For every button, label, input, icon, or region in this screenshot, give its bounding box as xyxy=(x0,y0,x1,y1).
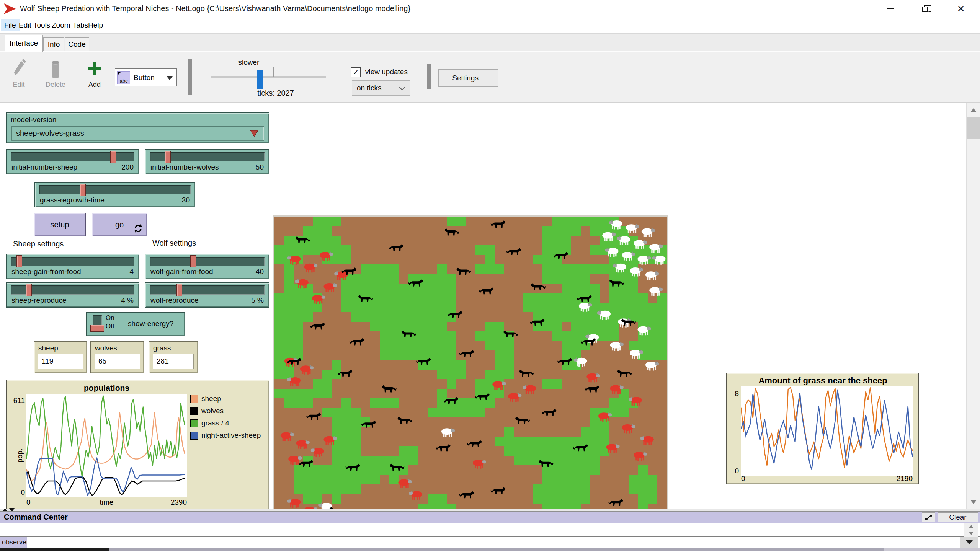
switch-name-label: show-energy? xyxy=(128,320,173,328)
slider-sheep-reproduce[interactable]: sheep-reproduce4 % xyxy=(6,282,139,308)
slider-track[interactable] xyxy=(150,257,265,266)
sheep-white xyxy=(605,248,619,257)
slider-track[interactable] xyxy=(11,285,134,295)
slider-thumb[interactable] xyxy=(176,284,182,296)
sheep-white xyxy=(630,350,643,359)
restore-button[interactable] xyxy=(915,0,936,17)
netlogo-logo-icon xyxy=(3,2,17,16)
slider-wolf-reproduce[interactable]: wolf-reproduce5 % xyxy=(145,282,269,308)
slider-track[interactable] xyxy=(150,152,265,161)
legend-swatch xyxy=(190,395,198,403)
go-label: go xyxy=(115,220,124,229)
x-max-label: 2390 xyxy=(26,498,187,507)
switch-thumb[interactable] xyxy=(90,325,104,332)
go-button[interactable]: go xyxy=(92,213,147,236)
menu-help[interactable]: Help xyxy=(85,19,106,31)
sheep-red xyxy=(598,412,612,422)
wolf xyxy=(444,228,459,236)
output-scrollbar[interactable] xyxy=(964,523,978,537)
sheep-red xyxy=(640,436,654,445)
slider-track[interactable] xyxy=(150,285,265,295)
slider-wolf-gain-from-food[interactable]: wolf-gain-from-food40 xyxy=(145,254,269,279)
y-min-label: 0 xyxy=(730,467,739,475)
plot-title: populations xyxy=(26,383,187,393)
scrollbar-thumb[interactable] xyxy=(967,117,980,139)
command-center-expand-button[interactable] xyxy=(922,512,935,522)
slider-grass-regrowth-time[interactable]: grass-regrowth-time30 xyxy=(34,182,195,207)
slider-thumb[interactable] xyxy=(190,255,196,267)
scroll-up-button[interactable] xyxy=(967,103,980,117)
speed-slower-label: slower xyxy=(214,58,283,67)
scroll-down-button[interactable] xyxy=(967,495,980,509)
slider-initial-number-wolves[interactable]: initial-number-wolves50 xyxy=(145,149,269,174)
menu-bar: File Edit Tools Zoom Tabs Help xyxy=(0,17,980,33)
wolf xyxy=(573,444,588,451)
wolf xyxy=(479,287,493,294)
wolf xyxy=(296,236,310,243)
wolf xyxy=(448,311,462,318)
monitor-label: wolves xyxy=(95,344,117,352)
wolf xyxy=(408,279,423,287)
command-center-title: Command Center xyxy=(4,513,68,522)
main-vertical-scrollbar[interactable] xyxy=(966,103,980,510)
arrow-up-icon xyxy=(969,525,973,528)
command-output[interactable] xyxy=(0,523,980,537)
slider-thumb[interactable] xyxy=(80,184,86,196)
update-mode-dropdown[interactable]: on ticks xyxy=(352,80,410,96)
series-sheep xyxy=(26,412,185,481)
sheep-red xyxy=(287,499,301,508)
slider-track[interactable] xyxy=(11,152,134,161)
sheep-white xyxy=(613,263,626,272)
add-button[interactable]: Add xyxy=(81,57,108,97)
monitor-value: 119 xyxy=(38,354,83,369)
world-view[interactable] xyxy=(273,215,668,551)
slider-thumb[interactable] xyxy=(26,284,32,296)
scroll-up-button[interactable] xyxy=(964,523,978,530)
tab-info[interactable]: Info xyxy=(43,37,64,51)
chooser-value-box[interactable]: sheep-wolves-grass xyxy=(11,126,264,141)
speed-slider-track[interactable] xyxy=(211,76,326,78)
slider-sheep-gain-from-food[interactable]: sheep-gain-from-food4 xyxy=(6,254,139,279)
sheep-red xyxy=(523,385,536,394)
clear-button[interactable]: Clear xyxy=(938,512,978,522)
minimize-button[interactable] xyxy=(880,0,901,17)
sheep-red xyxy=(295,279,309,288)
tab-code[interactable]: Code xyxy=(65,37,89,51)
sheep-white xyxy=(642,228,655,237)
monitor-value: 281 xyxy=(153,354,194,369)
slider-thumb[interactable] xyxy=(165,151,171,163)
slider-value: 50 xyxy=(256,163,264,171)
delete-button[interactable]: Delete xyxy=(42,57,69,97)
show-energy-switch[interactable]: On Off show-energy? xyxy=(86,312,185,336)
wolf xyxy=(519,370,534,377)
delete-label: Delete xyxy=(46,81,65,88)
slider-track[interactable] xyxy=(11,257,134,266)
tab-interface[interactable]: Interface xyxy=(5,35,43,52)
slider-thumb[interactable] xyxy=(16,255,22,267)
wolf xyxy=(530,318,544,326)
sheep-white xyxy=(609,220,622,230)
edit-button[interactable]: Edit xyxy=(5,57,32,97)
slider-track[interactable] xyxy=(39,185,191,194)
wolf xyxy=(436,444,450,451)
model-version-chooser[interactable]: model-version sheep-wolves-grass xyxy=(6,112,269,143)
close-button[interactable]: ✕ xyxy=(950,0,972,17)
view-updates-checkbox[interactable]: ✓ xyxy=(351,67,361,77)
sheep-settings-label: Sheep settings xyxy=(13,240,64,248)
settings-button[interactable]: Settings... xyxy=(438,69,498,87)
slider-thumb[interactable] xyxy=(110,151,116,163)
monitor-value: 65 xyxy=(95,354,140,369)
command-input[interactable] xyxy=(27,537,960,548)
widget-type-selector[interactable]: abc Button xyxy=(115,68,177,86)
wolf xyxy=(585,385,599,393)
populations-lines xyxy=(26,394,187,497)
series-blue xyxy=(741,390,913,470)
setup-button[interactable]: setup xyxy=(34,213,86,236)
chevron-down-icon xyxy=(399,85,405,91)
scroll-down-button[interactable] xyxy=(964,530,978,537)
speed-slider-thumb[interactable] xyxy=(257,70,263,89)
command-center-splitter[interactable] xyxy=(0,509,980,511)
command-history-dropdown[interactable] xyxy=(960,537,978,548)
slider-initial-number-sheep[interactable]: initial-number-sheep200 xyxy=(6,149,139,174)
sheep-red xyxy=(334,271,348,280)
